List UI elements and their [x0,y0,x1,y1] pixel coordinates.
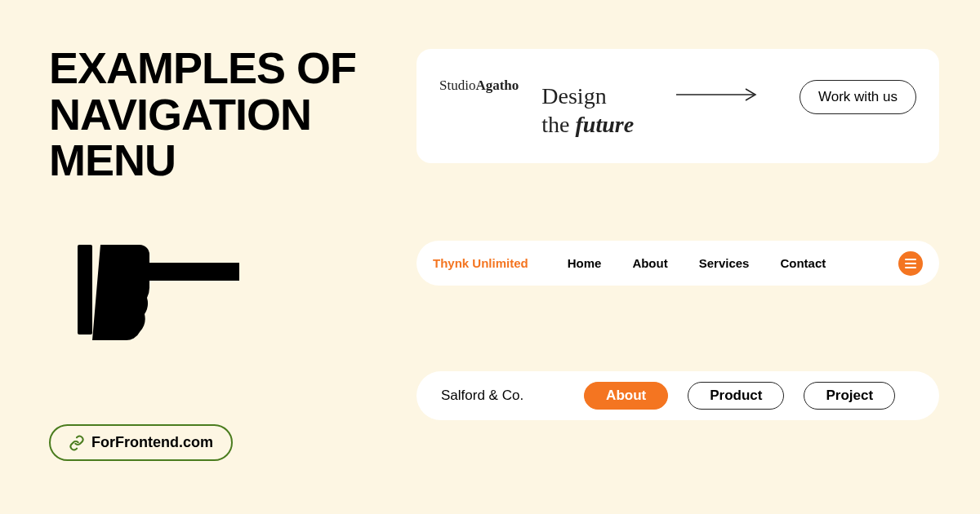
nav-example-1: StudioAgatho Design the future Work with… [416,49,939,163]
pill-about[interactable]: About [584,382,668,410]
salford-logo: Salford & Co. [441,388,523,404]
site-link[interactable]: ForFrontend.com [49,424,233,461]
hamburger-menu-icon[interactable] [898,251,923,276]
arrow-right-icon [657,73,777,101]
svg-rect-0 [78,245,92,335]
studio-logo: StudioAgatho [439,73,519,94]
pointing-hand-icon [78,228,249,351]
nav-item-services[interactable]: Services [699,256,750,270]
link-icon [69,435,85,451]
nav-item-home[interactable]: Home [568,256,602,270]
pill-project[interactable]: Project [804,382,895,410]
nav-item-contact[interactable]: Contact [780,256,826,270]
page-title: EXAMPLES OF NAVIGATION MENU [49,45,359,184]
nav-example-2: Thynk Unlimited Home About Services Cont… [416,241,939,286]
nav-item-about[interactable]: About [632,256,667,270]
tagline: Design the future [541,73,634,139]
pill-product[interactable]: Product [688,382,784,410]
thynk-logo: Thynk Unlimited [433,256,528,270]
nav-example-3: Salford & Co. About Product Project [416,371,939,420]
site-link-label: ForFrontend.com [91,434,213,451]
work-with-us-button[interactable]: Work with us [800,80,916,114]
